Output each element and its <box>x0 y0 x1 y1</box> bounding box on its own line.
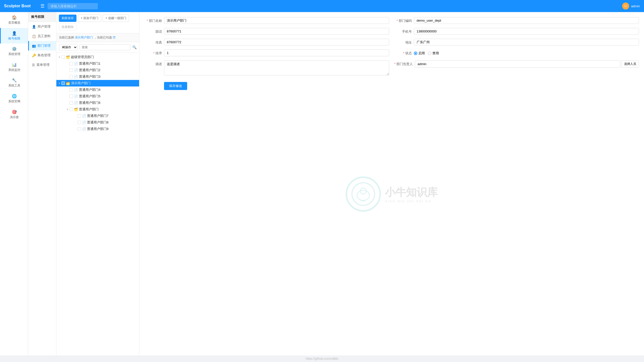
sidebar-item-permission[interactable]: 👤 账号权限 <box>0 28 28 44</box>
form-field-address: 地址 <box>394 39 639 46</box>
dept-code-input[interactable] <box>414 17 639 24</box>
username: admin <box>631 4 640 8</box>
system-icon: ⚙️ <box>12 47 17 51</box>
address-input[interactable] <box>414 39 639 46</box>
form-field-fax: 传真 <box>144 39 389 46</box>
tree-info: 当前已选择 演示用户部门 ，当前已勾选 空 <box>56 33 139 42</box>
status-enable[interactable]: 启用 <box>414 51 425 56</box>
app-header: Sculptor Boot ☰ U admin <box>0 0 644 12</box>
tree-node-normal2[interactable]: 📄 普通用户部门2 <box>56 67 139 73</box>
form-row-3: 传真 地址 <box>144 39 639 46</box>
node-checkbox[interactable] <box>61 55 65 59</box>
node-checkbox[interactable] <box>77 114 81 118</box>
sidebar-item-users[interactable]: 👤 用户管理 <box>28 22 56 31</box>
refresh-save-button[interactable]: 刷新保存 <box>59 15 76 22</box>
node-checkbox[interactable] <box>69 95 73 98</box>
sidebar-item-roles[interactable]: 🔑 角色管理 <box>28 51 56 60</box>
form-panel: 部门名称 部门编码 固话 手机号 <box>139 12 644 362</box>
fax-input[interactable] <box>164 39 389 46</box>
file-icon: 📄 <box>82 114 86 118</box>
form-row-4: 排序 状态 启用 禁用 <box>144 50 639 56</box>
select-person-button[interactable]: 选择人员 <box>621 60 639 68</box>
sidebar-item-system[interactable]: ⚙️ 系统管理 <box>0 43 28 59</box>
roles-label: 角色管理 <box>37 53 51 58</box>
form-field-phone: 固话 <box>144 28 389 35</box>
tree-node-normal7[interactable]: 📄 普通用户部门7 <box>56 113 139 119</box>
create-dept-button[interactable]: + 创建一级部门 <box>103 15 129 22</box>
tree-node-demo-user[interactable]: ▼ 🗂️ 演示用户部门 <box>56 80 139 86</box>
tree-node-normal1[interactable]: 📄 普通用户部门1 <box>56 60 139 67</box>
node-checkbox[interactable] <box>69 68 73 72</box>
expand-icon[interactable]: ▼ <box>57 81 61 85</box>
sort-label: 排序 <box>144 50 162 56</box>
sidebar-item-menus[interactable]: ☰ 菜单管理 <box>28 60 56 70</box>
tree-info-prefix: 当前已选择 <box>59 36 74 39</box>
tree-search-input[interactable] <box>79 44 130 50</box>
node-checkbox[interactable] <box>69 62 73 65</box>
node-checkbox[interactable] <box>69 108 73 111</box>
dept-head-input[interactable] <box>415 60 620 68</box>
node-label: 普通用户部门7 <box>87 114 138 118</box>
expand-icon[interactable]: ▼ <box>65 107 69 111</box>
fax-label: 传真 <box>144 39 162 45</box>
desc-textarea[interactable]: 这是描述 <box>164 60 389 75</box>
tree-node-admin[interactable]: ▼ 🗂️ 超级管理员部门 <box>56 54 139 60</box>
sidebar-item-label: 账号权限 <box>8 37 20 41</box>
home-icon: 🏠 <box>12 15 17 20</box>
node-label: 普通用户部门9 <box>87 127 138 131</box>
node-checkbox[interactable] <box>69 101 73 105</box>
node-checkbox[interactable] <box>69 75 73 78</box>
tree-info-selected[interactable]: 演示用户部门 <box>75 36 93 39</box>
tree-node-normal5[interactable]: 📄 普通用户部门5 <box>56 93 139 100</box>
dept-name-input[interactable] <box>164 17 389 24</box>
expand-icon[interactable]: ▼ <box>57 55 61 59</box>
node-checkbox[interactable] <box>69 88 73 92</box>
global-search-input[interactable] <box>48 3 98 9</box>
file-icon: 📄 <box>74 101 78 105</box>
sidebar-item-departments[interactable]: 👥 部门管理 <box>28 41 56 51</box>
dept-head-label: 部门负责人 <box>394 60 413 66</box>
sidebar-item-demo[interactable]: 🎯 演示套 <box>0 107 28 122</box>
tree-content: ▼ 🗂️ 超级管理员部门 📄 普通用户部门1 📄 普通用户部门2 <box>56 53 139 362</box>
sidebar-item-employees[interactable]: 📋 员工资料 <box>28 31 56 41</box>
disable-label: 禁用 <box>432 51 439 56</box>
node-checkbox[interactable] <box>77 127 81 131</box>
sidebar-item-home[interactable]: 🏠 首页概览 <box>0 12 28 28</box>
form-row-5: 描述 这是描述 部门负责人 选择人员 <box>144 60 639 75</box>
add-child-dept-button[interactable]: + 添加子部门 <box>78 15 101 22</box>
radio-circle-enable <box>414 52 417 55</box>
tree-node-normal4[interactable]: 📄 普通用户部门4 <box>56 86 139 93</box>
node-checkbox[interactable] <box>77 121 81 124</box>
console-icon: 🌐 <box>12 94 17 99</box>
menu-toggle-icon[interactable]: ☰ <box>41 3 45 9</box>
batch-delete-button[interactable]: 批量删除 <box>59 23 76 31</box>
tree-node-normal3[interactable]: 📄 普通用户部门3 <box>56 73 139 80</box>
expand-icon <box>65 88 69 92</box>
file-icon: 📄 <box>74 88 78 92</box>
tree-info-checked[interactable]: 空 <box>113 36 116 39</box>
node-label: 普通用户部门1 <box>79 61 138 66</box>
demo-icon: 🎯 <box>12 110 17 114</box>
tree-node-normal9[interactable]: 📄 普通用户部门9 <box>56 126 139 132</box>
mobile-input[interactable] <box>414 28 639 35</box>
sidebar-item-console[interactable]: 🌐 系统官网 <box>0 91 28 107</box>
tree-node-normal8[interactable]: 📄 普通用户部门8 <box>56 119 139 126</box>
status-disable[interactable]: 禁用 <box>428 51 439 56</box>
node-checkbox[interactable] <box>61 81 65 85</box>
save-button[interactable]: 保存修改 <box>164 82 187 90</box>
expand-icon <box>65 75 69 79</box>
header-right: U admin <box>622 3 640 10</box>
phone-input[interactable] <box>164 28 389 35</box>
tree-ops-select[interactable]: 树操作 <box>59 44 77 51</box>
node-label: 普通用户部门8 <box>87 120 138 125</box>
expand-icon <box>73 127 77 131</box>
tree-node-normal-group[interactable]: ▼ 🗂️ 普通用户部门 <box>56 106 139 113</box>
employees-label: 员工资料 <box>37 34 51 38</box>
sidebar-item-label: 系统工具 <box>8 84 20 88</box>
sidebar-item-tools[interactable]: 🔧 系统工具 <box>0 75 28 91</box>
watermark-cn-text: 小牛知识库 <box>385 185 438 199</box>
tree-search-button[interactable]: 🔍 <box>132 45 137 49</box>
sidebar-item-monitor[interactable]: 📊 系统监控 <box>0 59 28 75</box>
tree-node-normal6[interactable]: 📄 普通用户部门6 <box>56 100 139 106</box>
sort-input[interactable] <box>164 50 389 56</box>
